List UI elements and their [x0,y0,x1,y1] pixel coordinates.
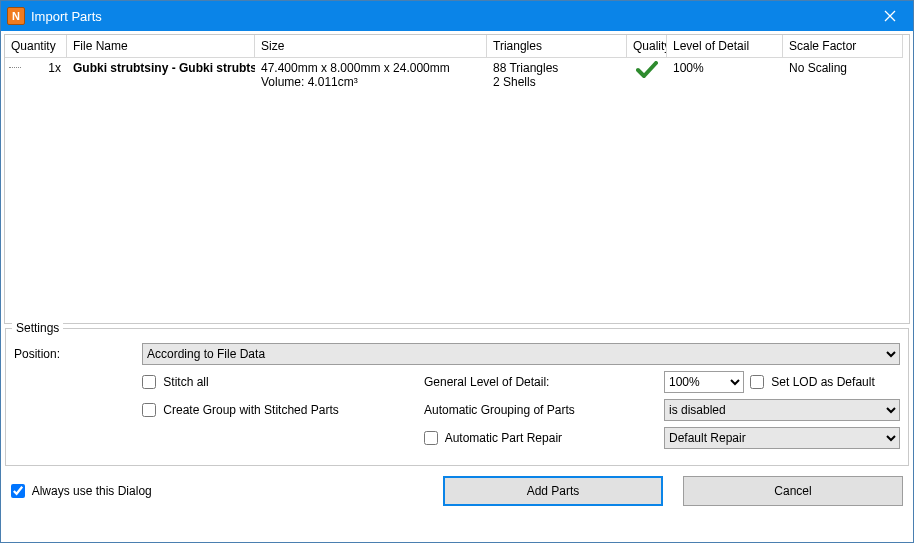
auto-repair-label: Automatic Part Repair [445,431,562,445]
set-lod-default-input[interactable] [750,375,764,389]
always-use-label: Always use this Dialog [32,484,152,498]
position-select[interactable]: According to File Data [142,343,900,365]
window-title: Import Parts [31,9,102,24]
col-header-scale[interactable]: Scale Factor [783,35,903,58]
general-lod-label: General Level of Detail: [424,375,664,389]
auto-repair-checkbox[interactable]: Automatic Part Repair [424,431,562,445]
auto-repair-select[interactable]: Default Repair [664,427,900,449]
cell-triangles: 88 Triangles 2 Shells [487,58,627,92]
always-use-input[interactable] [11,484,25,498]
cell-quantity: 1x [5,58,67,78]
cell-scale: No Scaling [783,58,903,78]
cell-quality [627,58,667,85]
position-label: Position: [14,347,142,361]
cell-size: 47.400mm x 8.000mm x 24.000mm Volume: 4.… [255,58,487,92]
table-row[interactable]: 1x Gubki strubtsiny - Gubki strubtsiny 4… [5,58,909,92]
always-use-checkbox[interactable]: Always use this Dialog [11,484,152,499]
stitch-all-label: Stitch all [163,375,208,389]
auto-grouping-label: Automatic Grouping of Parts [424,403,664,417]
create-group-label: Create Group with Stitched Parts [163,403,338,417]
table-header-row: Quantity File Name Size Triangles Qualit… [5,35,909,58]
checkmark-icon [636,63,658,83]
set-lod-default-checkbox[interactable]: Set LOD as Default [750,375,875,390]
cell-lod: 100% [667,58,783,78]
col-header-filename[interactable]: File Name [67,35,255,58]
cancel-button[interactable]: Cancel [683,476,903,506]
cell-filename: Gubki strubtsiny - Gubki strubtsiny [67,58,255,78]
col-header-quantity[interactable]: Quantity [5,35,67,58]
create-group-input[interactable] [142,403,156,417]
stitch-all-input[interactable] [142,375,156,389]
add-parts-button[interactable]: Add Parts [443,476,663,506]
col-header-lod[interactable]: Level of Detail [667,35,783,58]
titlebar: N Import Parts [1,1,913,31]
close-icon[interactable] [867,1,913,31]
app-icon: N [7,7,25,25]
stitch-all-checkbox[interactable]: Stitch all [142,375,209,389]
set-lod-default-label: Set LOD as Default [771,375,874,389]
dialog-footer: Always use this Dialog Add Parts Cancel [1,470,913,512]
auto-grouping-select[interactable]: is disabled [664,399,900,421]
settings-group: Settings Position: According to File Dat… [5,328,909,466]
parts-table: Quantity File Name Size Triangles Qualit… [4,34,910,324]
auto-repair-input[interactable] [424,431,438,445]
general-lod-select[interactable]: 100% [664,371,744,393]
col-header-quality[interactable]: Quality [627,35,667,58]
create-group-checkbox[interactable]: Create Group with Stitched Parts [142,403,339,417]
settings-legend: Settings [12,321,63,335]
col-header-triangles[interactable]: Triangles [487,35,627,58]
col-header-size[interactable]: Size [255,35,487,58]
